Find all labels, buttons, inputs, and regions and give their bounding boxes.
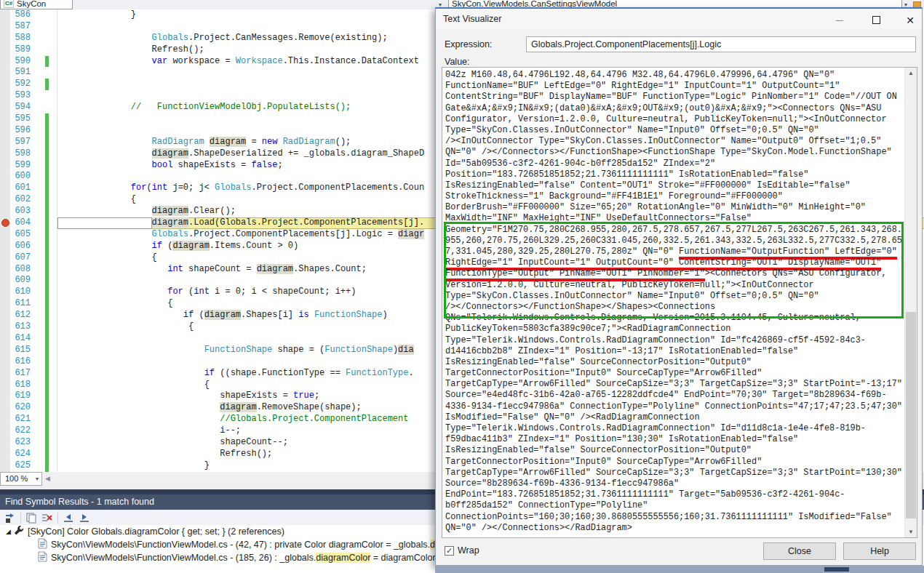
value-line: d14416cbb2b8" ZIndex="1" Position="-13;1…	[445, 346, 904, 357]
breakpoint-margin[interactable]	[0, 449, 10, 460]
line-number: 601	[10, 183, 38, 194]
change-bar	[45, 380, 49, 391]
line-number: 593	[10, 90, 38, 102]
selection-margin	[38, 437, 57, 449]
selection-margin	[38, 160, 57, 172]
expander-icon[interactable]: ◢	[6, 528, 11, 535]
breakpoint-margin[interactable]	[0, 368, 10, 380]
selection-margin	[38, 425, 57, 437]
breakpoint-margin[interactable]	[0, 275, 10, 286]
breakpoint-margin[interactable]	[0, 125, 10, 137]
breakpoint-margin[interactable]	[0, 460, 10, 472]
breakpoint-margin[interactable]	[0, 137, 10, 148]
change-bar	[45, 183, 49, 194]
result-root-label: [SkyCon] Color Globals.diagramColor { ge…	[28, 526, 284, 537]
selection-margin	[38, 310, 57, 321]
breakpoint-margin[interactable]	[0, 286, 10, 298]
breakpoint-margin[interactable]	[0, 90, 10, 102]
value-line: f59dbac411b3" ZIndex="1" Position="130;3…	[445, 434, 904, 445]
value-line: Id="5ab09536-c3f2-4261-904c-b0ff285da152…	[445, 159, 904, 169]
project-dropdown[interactable]: C# SkyCon	[0, 0, 73, 9]
breakpoint-margin[interactable]	[0, 102, 10, 113]
breakpoint-margin[interactable]	[0, 298, 10, 310]
selection-margin	[38, 286, 57, 298]
value-textarea[interactable]: 042z M160.48,64.4796L192.48,64.4796 M32.…	[442, 67, 917, 538]
value-line: Version=1.2.0.0, Culture=neutral, Public…	[445, 280, 904, 291]
find-results-title: Find Symbol Results - 1 match found	[5, 497, 154, 507]
breakpoint-margin[interactable]	[0, 217, 10, 229]
chevron-down-icon: ▾	[36, 473, 39, 485]
breakpoint-margin[interactable]	[0, 425, 10, 437]
line-number: 602	[10, 194, 38, 206]
scrollbar-thumb[interactable]	[906, 312, 916, 518]
breakpoint-margin[interactable]	[0, 241, 10, 252]
value-line: IsModified="False" QN="0" /><RadDiagramC…	[445, 412, 904, 423]
scroll-up-arrow-icon[interactable]: ▲	[905, 68, 917, 79]
breakpoint-icon[interactable]	[1, 219, 9, 227]
breakpoint-margin[interactable]	[0, 67, 10, 79]
breakpoint-margin[interactable]	[0, 79, 10, 90]
value-scrollbar[interactable]: ▲ ▼	[904, 68, 917, 537]
help-button[interactable]: Help	[843, 542, 916, 560]
breakpoint-margin[interactable]	[0, 9, 10, 21]
breakpoint-margin[interactable]	[0, 414, 10, 425]
breakpoint-margin[interactable]	[0, 345, 10, 356]
breakpoint-margin[interactable]	[0, 33, 10, 44]
selection-margin	[38, 264, 57, 276]
line-number: 613	[10, 321, 38, 333]
clear-all-icon[interactable]	[41, 512, 53, 524]
value-line: Type="SkyCon.Classes.InOutConnector" Nam…	[445, 291, 904, 302]
selection-margin	[38, 194, 57, 206]
goto-next-icon[interactable]	[4, 512, 16, 524]
breakpoint-margin[interactable]	[0, 160, 10, 172]
selection-margin	[38, 206, 57, 217]
line-number: 622	[10, 425, 38, 437]
breakpoint-margin[interactable]	[0, 183, 10, 194]
selection-margin	[38, 148, 57, 160]
breakpoint-margin[interactable]	[0, 252, 10, 264]
breakpoint-margin[interactable]	[0, 333, 10, 345]
breakpoint-margin[interactable]	[0, 402, 10, 414]
breakpoint-margin[interactable]	[0, 44, 10, 56]
wrap-checkbox[interactable]: ✓	[445, 546, 454, 556]
value-line: /></Connectors></FunctionShape></Shapes>…	[445, 302, 904, 313]
breakpoint-margin[interactable]	[0, 56, 10, 68]
value-line: IsResizingEnabled="false" SourceConnecto…	[445, 445, 904, 456]
expression-input[interactable]: Globals.Project.ComponentPlacements[j].L…	[526, 36, 916, 52]
selection-margin	[38, 171, 57, 183]
breakpoint-margin[interactable]	[0, 194, 10, 206]
scroll-down-arrow-icon[interactable]: ▼	[905, 526, 917, 537]
wrap-option: ✓ Wrap	[445, 545, 479, 556]
breakpoint-margin[interactable]	[0, 264, 10, 276]
close-button[interactable]: Close	[763, 542, 836, 560]
change-bar	[45, 229, 49, 241]
breakpoint-margin[interactable]	[0, 437, 10, 449]
breakpoint-margin[interactable]	[0, 356, 10, 368]
breakpoint-margin[interactable]	[0, 206, 10, 217]
close-icon[interactable]: ✕	[899, 14, 921, 25]
wrench-icon	[14, 526, 24, 538]
breakpoint-margin[interactable]	[0, 321, 10, 333]
window-edge-thumb	[824, 567, 849, 572]
line-number: 591	[10, 67, 38, 79]
dialog-titlebar[interactable]: Text Visualizer ✕	[436, 9, 922, 29]
zoom-dropdown[interactable]: 100 % ▾	[0, 472, 42, 486]
collapse-icon[interactable]	[63, 512, 74, 524]
breakpoint-margin[interactable]	[0, 229, 10, 241]
minimize-button[interactable]	[829, 14, 851, 25]
copy-icon[interactable]	[25, 512, 37, 524]
breakpoint-margin[interactable]	[0, 390, 10, 402]
scroll-left-arrow-icon[interactable]: ◀	[45, 475, 50, 482]
window-edge-strip	[435, 566, 924, 573]
expand-icon[interactable]	[79, 512, 90, 524]
breakpoint-margin[interactable]	[0, 310, 10, 321]
selection-margin	[38, 229, 57, 241]
line-number: 603	[10, 206, 38, 217]
breakpoint-margin[interactable]	[0, 148, 10, 160]
maximize-button[interactable]	[865, 14, 887, 25]
value-line: TargetConnectorPosition="Input0" SourceC…	[445, 368, 904, 379]
breakpoint-margin[interactable]	[0, 171, 10, 183]
breakpoint-margin[interactable]	[0, 21, 10, 33]
breakpoint-margin[interactable]	[0, 113, 10, 125]
breakpoint-margin[interactable]	[0, 380, 10, 391]
